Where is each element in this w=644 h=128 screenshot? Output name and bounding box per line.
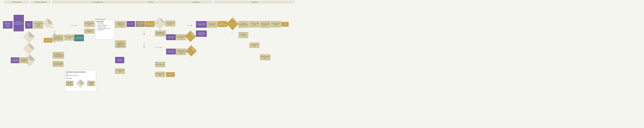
label-pass: Pass→	[156, 23, 159, 24]
phase-publishing: Publishing	[214, 1, 295, 3]
node-student-thesis-defense: Student Thesis	[127, 21, 135, 27]
node-grad-sends-email: Grad Studies Sends Booking Email	[66, 81, 74, 86]
node-no-contact: No contact in last five years	[24, 44, 34, 53]
node-committee-approve: Committee and Supervisor approve	[155, 31, 166, 36]
label-full: Full→	[231, 33, 234, 34]
node-start-over: Start Over	[166, 72, 175, 77]
label-partial: Partial→	[231, 28, 235, 29]
node-committee-fills: Committee fills out report	[115, 68, 125, 74]
node-supervisor-committee: Supervisor & Committee look over and app…	[14, 15, 24, 31]
node-student-small-changes: Student makes small changes	[166, 34, 176, 40]
node-librarian-catalogues: Librarian Catalogues Thesis	[218, 21, 227, 27]
label-yes-changes2: Yes→	[190, 49, 192, 50]
label-pass-major: Pass w/ major→	[156, 47, 163, 48]
node-student-major-changes: Student makes major changes	[166, 49, 176, 55]
node-supervisor-verifies: Supervisor verifies the changes.	[176, 34, 186, 40]
label-yes-1: Yes	[48, 23, 49, 24]
node-grad-confirms: Grad Studies confirms booking.	[87, 81, 95, 86]
node-grad-studies-check: Grad Studies Checks: External Examiner	[19, 58, 28, 63]
node-student-submission: Student Submission	[115, 57, 124, 63]
node-committee-indicates: Committee (not External) indicates avail…	[53, 35, 64, 41]
node-type-of-embargo: Type of embargo?	[228, 19, 238, 29]
node-supervisor-suggests: Supervisor suggests External Examiner	[11, 58, 20, 63]
node-otherwise-mandate: Otherwise Mandate Thesis	[260, 55, 270, 60]
label-yes-changes1: Yes→	[190, 34, 192, 35]
node-any-videoconferencing: Any videoconferencing members provide co…	[115, 40, 126, 48]
node-guidelines-sent: Guidelines and reminders sent to everyon…	[115, 21, 126, 28]
label-none: None→	[231, 21, 234, 22]
node-grade-received: Grade Received	[146, 21, 154, 27]
node-recipient-can: Recipient can make booking	[77, 80, 84, 87]
node-grad-studies-independently: Grad Studies independently verifies stud…	[53, 52, 64, 59]
node-grad-studies-finds-chair: Grad Studies Finds a Chair	[84, 21, 94, 27]
phase-committee-approval: Committee Approval	[31, 1, 50, 3]
node-student-fills: Student fills out thesis info and upload…	[3, 21, 12, 29]
label-fail: Fail→	[156, 62, 158, 63]
node-chair-appoints: Chair Appoints student for defense	[74, 35, 84, 41]
node-lac-uploads: LAC uploads Thesis	[238, 32, 248, 38]
node-student-submits: Student Submits Thesis	[25, 21, 33, 29]
node-committee-clicks: Committee clicks 'approve'	[165, 21, 175, 26]
node-supervisor-committee-verify: Supervisor & Committee verify the change…	[176, 49, 186, 55]
node-student-meets: Student meets Typographical & Copyright …	[196, 31, 207, 37]
node-books-av: Books AV & Availability	[84, 29, 94, 33]
label-pass-minor: Pass w/ minor→	[156, 32, 163, 33]
node-thesis-remains: Thesis remains private	[250, 43, 260, 48]
node-committee-verifies: Committee verifies thesis is acceptable	[34, 21, 43, 29]
flow-diagram: Pre Submission Committee Approval Grad S…	[0, 0, 644, 128]
label-no-1: No	[52, 24, 54, 25]
node-thesis-published: Thesis is published into IR	[250, 21, 260, 27]
node-done: Done!	[282, 22, 288, 27]
node-receives-lac: IR receives LAC & GWAG Thesis	[207, 21, 217, 28]
phase-pre-submission: Pre Submission	[4, 1, 29, 3]
node-student-accepts-lac: Student Accepts LAC & GWAG Thesis	[196, 21, 207, 28]
booking-procedure-box: Grad Studies Booking Procedure for: Chai…	[64, 70, 96, 92]
node-grad-studies-triggers: Grad Studies Triggers reminder to studen…	[53, 61, 64, 67]
node-from-different: From different program or university	[24, 32, 34, 41]
node-grad-studies-find: Grad Studies finds Chair	[64, 35, 74, 40]
node-thesis-accepted: Thesis Accepted	[44, 38, 52, 43]
node-changes-acceptable-1: Changes Acceptable?	[186, 32, 195, 41]
node-catalogue-proquest: Catalogue Thesis in ProQuest	[271, 21, 281, 27]
grad-studies-list-box: Grad Studies Finds a Chair Books a Pract…	[95, 20, 114, 40]
node-student-published: Student is published into ProQuest	[260, 21, 270, 28]
node-changes-acceptable-2: Changes Acceptable?	[187, 46, 196, 55]
phase-cataloguing: Cataloguing	[179, 1, 212, 3]
node-thesis-into-time: Thesis into is published into Vireo	[238, 21, 249, 28]
node-committee-fills-2: Committee fills out report	[155, 72, 165, 77]
node-chair-uploads: Chair uploads grade	[136, 21, 145, 27]
